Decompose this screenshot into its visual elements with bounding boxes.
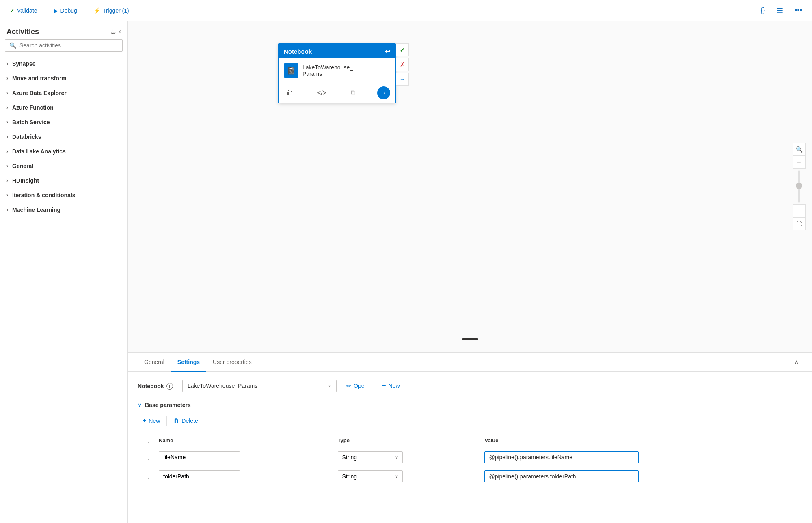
- row-checkbox-1[interactable]: [143, 454, 149, 460]
- side-x-button[interactable]: ✗: [396, 58, 409, 71]
- delete-trash-icon: 🗑: [173, 418, 179, 424]
- chevron-icon: ›: [6, 207, 8, 213]
- trigger-button[interactable]: ⚡ Trigger (1): [90, 6, 132, 15]
- validate-button[interactable]: ✓ Validate: [6, 6, 41, 15]
- card-copy-button[interactable]: ⧉: [348, 88, 358, 98]
- bottom-panel: General Settings User properties ∧ Noteb…: [128, 353, 812, 523]
- debug-button[interactable]: ▶ Debug: [50, 6, 80, 15]
- sidebar-item-data-lake-analytics[interactable]: › Data Lake Analytics: [0, 144, 127, 159]
- chevron-icon: ›: [6, 163, 8, 169]
- plus-icon: +: [382, 382, 386, 390]
- canvas-divider: [462, 338, 478, 340]
- notebook-card-body: 📓 LakeToWarehouse_ Params: [279, 58, 395, 83]
- base-params-chevron: ∨: [138, 402, 142, 408]
- list-view-button[interactable]: ☰: [773, 4, 786, 17]
- zoom-out-button[interactable]: −: [793, 204, 806, 217]
- param-value-input-2[interactable]: [484, 470, 639, 482]
- param-divider: [166, 416, 167, 426]
- card-delete-button[interactable]: 🗑: [284, 88, 295, 98]
- sidebar-item-machine-learning[interactable]: › Machine Learning: [0, 202, 127, 217]
- notebook-card-actions: 🗑 </> ⧉ →: [279, 83, 395, 103]
- row-checkbox-2[interactable]: [143, 473, 149, 479]
- type-chevron-icon: ∨: [395, 474, 398, 479]
- table-row: String ∨: [138, 467, 802, 486]
- zoom-in-button[interactable]: +: [793, 156, 806, 169]
- param-type-select-1[interactable]: String ∨: [338, 451, 403, 463]
- side-check-button[interactable]: ✔: [396, 43, 409, 56]
- card-run-button[interactable]: →: [377, 86, 390, 99]
- new-param-button[interactable]: + New: [138, 415, 165, 427]
- chevron-icon: ›: [6, 134, 8, 140]
- notebook-icon: 📓: [284, 63, 298, 78]
- sidebar-title: Activities: [6, 28, 39, 36]
- panel-collapse-button[interactable]: ∧: [791, 355, 802, 369]
- chevron-icon: ›: [6, 178, 8, 183]
- card-side-actions: ✔ ✗ →: [396, 43, 409, 86]
- param-actions: + New 🗑 Delete: [138, 415, 802, 427]
- sidebar-item-azure-function[interactable]: › Azure Function: [0, 100, 127, 115]
- new-notebook-button[interactable]: + New: [377, 380, 404, 392]
- chevron-icon: ›: [6, 119, 8, 125]
- zoom-slider[interactable]: [798, 170, 800, 203]
- canvas-area: Notebook ↩ 📓 LakeToWarehouse_ Params 🗑 <…: [128, 21, 812, 523]
- sidebar-item-general[interactable]: › General: [0, 159, 127, 173]
- sidebar: Activities ⇊ ‹ 🔍 › Synapse › Move and tr…: [0, 21, 128, 523]
- tab-settings[interactable]: Settings: [171, 353, 206, 372]
- param-name-input-2[interactable]: [159, 470, 240, 482]
- main-content: Activities ⇊ ‹ 🔍 › Synapse › Move and tr…: [0, 21, 812, 523]
- notebook-field-label: Notebook i: [138, 380, 174, 390]
- notebook-card-header: Notebook ↩: [279, 44, 395, 58]
- notebook-card: Notebook ↩ 📓 LakeToWarehouse_ Params 🗑 <…: [278, 43, 396, 103]
- pencil-icon: ✏: [346, 383, 351, 389]
- fit-screen-button[interactable]: ⛶: [793, 217, 806, 230]
- collapse-icon[interactable]: ‹: [119, 28, 121, 36]
- canvas-search-button[interactable]: 🔍: [793, 143, 806, 156]
- sidebar-item-move-transform[interactable]: › Move and transform: [0, 71, 127, 86]
- notebook-field-row: Notebook i LakeToWarehouse_Params ∨ ✏ Op…: [138, 380, 802, 392]
- search-box[interactable]: 🔍: [5, 39, 123, 52]
- toolbar-right: {} ☰ •••: [757, 4, 806, 17]
- sidebar-item-azure-data-explorer[interactable]: › Azure Data Explorer: [0, 86, 127, 100]
- chevron-icon: ›: [6, 90, 8, 96]
- type-col-header: Type: [333, 433, 480, 448]
- select-all-checkbox[interactable]: [143, 437, 149, 443]
- chevron-icon: ›: [6, 149, 8, 154]
- card-code-button[interactable]: </>: [315, 88, 329, 98]
- param-name-input-1[interactable]: [159, 451, 240, 463]
- sidebar-item-batch-service[interactable]: › Batch Service: [0, 115, 127, 129]
- search-icon: 🔍: [9, 42, 16, 49]
- zoom-thumb[interactable]: [796, 183, 802, 189]
- select-chevron-icon: ∨: [328, 383, 331, 389]
- zoom-controls: 🔍 + − ⛶: [793, 143, 806, 230]
- chevron-icon: ›: [6, 75, 8, 81]
- json-view-button[interactable]: {}: [757, 4, 769, 16]
- tab-user-properties[interactable]: User properties: [206, 353, 258, 372]
- sidebar-item-databricks[interactable]: › Databricks: [0, 129, 127, 144]
- more-options-button[interactable]: •••: [791, 4, 806, 16]
- sidebar-item-hdinsight[interactable]: › HDInsight: [0, 173, 127, 188]
- param-type-select-2[interactable]: String ∨: [338, 470, 403, 482]
- delete-param-button[interactable]: 🗑 Delete: [168, 415, 203, 426]
- search-input[interactable]: [19, 42, 118, 49]
- side-arrow-button[interactable]: →: [396, 73, 409, 86]
- open-notebook-button[interactable]: ✏ Open: [341, 380, 372, 392]
- notebook-info-icon[interactable]: i: [166, 383, 173, 390]
- collapse-double-icon[interactable]: ⇊: [110, 28, 116, 36]
- sidebar-item-synapse[interactable]: › Synapse: [0, 56, 127, 71]
- panel-tabs: General Settings User properties ∧: [128, 353, 812, 372]
- validate-icon: ✓: [10, 7, 15, 14]
- chevron-icon: ›: [6, 192, 8, 198]
- notebook-select[interactable]: LakeToWarehouse_Params ∨: [182, 380, 337, 392]
- debug-icon: ▶: [54, 7, 58, 14]
- new-param-plus-icon: +: [143, 417, 146, 424]
- name-col-header: Name: [154, 433, 333, 448]
- param-value-input-1[interactable]: [484, 451, 639, 463]
- base-params-header[interactable]: ∨ Base parameters: [138, 402, 802, 408]
- canvas-upper[interactable]: Notebook ↩ 📓 LakeToWarehouse_ Params 🗑 <…: [128, 21, 812, 353]
- toolbar: ✓ Validate ▶ Debug ⚡ Trigger (1) {} ☰ ••…: [0, 0, 812, 21]
- sidebar-item-iteration-conditionals[interactable]: › Iteration & conditionals: [0, 188, 127, 202]
- notebook-card-name: LakeToWarehouse_ Params: [302, 64, 353, 77]
- trigger-icon: ⚡: [93, 7, 100, 14]
- table-row: String ∨: [138, 448, 802, 467]
- tab-general[interactable]: General: [138, 353, 171, 372]
